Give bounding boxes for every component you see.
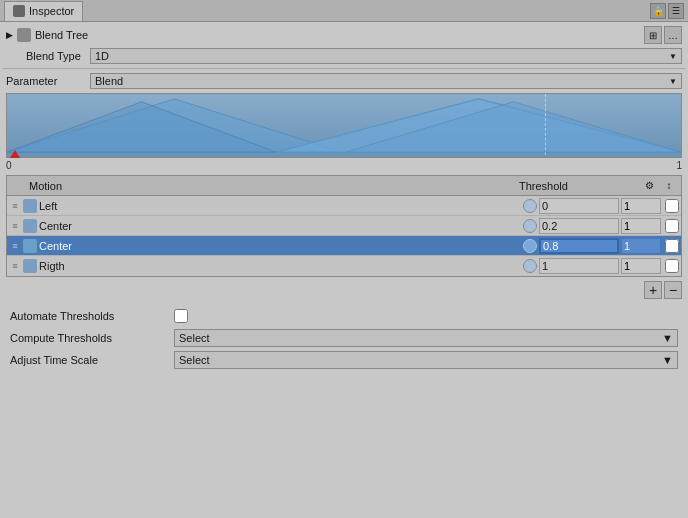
motion-icon — [23, 219, 37, 233]
compute-dropdown[interactable]: Select ▼ — [174, 329, 678, 347]
adjust-row: Adjust Time Scale Select ▼ — [10, 349, 678, 371]
motion-row[interactable]: ≡ Rigth — [7, 256, 681, 276]
motion-checkbox[interactable] — [665, 239, 679, 253]
inspector-tab-label: Inspector — [29, 5, 74, 17]
motion-checkbox[interactable] — [665, 219, 679, 233]
motion-icon — [23, 239, 37, 253]
compute-value: Select — [179, 332, 210, 344]
threshold-input[interactable] — [539, 258, 619, 274]
compute-label: Compute Thresholds — [10, 332, 170, 344]
val2-input[interactable] — [621, 198, 661, 214]
motion-icon — [23, 259, 37, 273]
threshold-input[interactable] — [539, 218, 619, 234]
drag-handle[interactable]: ≡ — [7, 241, 23, 251]
motion-row-selected[interactable]: ≡ Center — [7, 236, 681, 256]
blend-type-row: Blend Type 1D ▼ — [2, 46, 686, 66]
blend-tree-icon — [17, 28, 31, 42]
inspector-body: ▶ Blend Tree ⊞ … Blend Type 1D ▼ Paramet… — [0, 22, 688, 377]
blend-type-label: Blend Type — [6, 50, 86, 62]
range-labels: 0 1 — [2, 160, 686, 171]
table-footer: + − — [2, 279, 686, 301]
threshold-col-header: Threshold — [519, 180, 639, 192]
param-value: Blend — [95, 75, 123, 87]
remove-row-button[interactable]: − — [664, 281, 682, 299]
adjust-dropdown[interactable]: Select ▼ — [174, 351, 678, 369]
range-max: 1 — [676, 160, 682, 171]
inspector-tab-icon — [13, 5, 25, 17]
motion-circle[interactable] — [523, 259, 537, 273]
val2-input[interactable] — [621, 238, 661, 254]
add-row-button[interactable]: + — [644, 281, 662, 299]
blend-tree-more-btn[interactable]: … — [664, 26, 682, 44]
menu-button[interactable]: ☰ — [668, 3, 684, 19]
title-bar-actions: 🔒 ☰ — [650, 3, 684, 19]
compute-arrow: ▼ — [662, 332, 673, 344]
motion-circle[interactable] — [523, 239, 537, 253]
blend-type-arrow: ▼ — [669, 52, 677, 61]
param-label: Parameter — [6, 75, 86, 87]
automate-checkbox[interactable] — [174, 309, 188, 323]
blend-tree-label: Blend Tree — [35, 29, 640, 41]
val2-input[interactable] — [621, 258, 661, 274]
lock-button[interactable]: 🔒 — [650, 3, 666, 19]
motion-checkbox[interactable] — [665, 199, 679, 213]
blend-type-value: 1D — [95, 50, 109, 62]
motion-circle[interactable] — [523, 219, 537, 233]
drag-handle[interactable]: ≡ — [7, 221, 23, 231]
drag-handle[interactable]: ≡ — [7, 201, 23, 211]
threshold-input[interactable] — [539, 238, 619, 254]
inspector-tab[interactable]: Inspector — [4, 1, 83, 21]
adjust-label: Adjust Time Scale — [10, 354, 170, 366]
param-arrow: ▼ — [669, 77, 677, 86]
blend-tree-row: ▶ Blend Tree ⊞ … — [2, 24, 686, 46]
motion-checkbox[interactable] — [665, 259, 679, 273]
motion-table-header: Motion Threshold ⚙ ↕ — [7, 176, 681, 196]
threshold-input[interactable] — [539, 198, 619, 214]
blend-tree-settings-btn[interactable]: ⊞ — [644, 26, 662, 44]
automate-row: Automate Thresholds — [10, 305, 678, 327]
motion-row[interactable]: ≡ Left — [7, 196, 681, 216]
motion-row[interactable]: ≡ Center — [7, 216, 681, 236]
val2-input[interactable] — [621, 218, 661, 234]
compute-row: Compute Thresholds Select ▼ — [10, 327, 678, 349]
adjust-arrow: ▼ — [662, 354, 673, 366]
motion-col-header: Motion — [25, 180, 519, 192]
threshold-action-icon[interactable]: ↕ — [659, 176, 679, 196]
separator-1 — [2, 68, 686, 69]
blend-graph-svg — [7, 94, 681, 157]
blend-tree-actions: ⊞ … — [644, 26, 682, 44]
blend-type-dropdown[interactable]: 1D ▼ — [90, 48, 682, 64]
param-row: Parameter Blend ▼ — [2, 71, 686, 91]
blend-graph[interactable] — [6, 93, 682, 158]
motion-circle[interactable] — [523, 199, 537, 213]
range-marker — [10, 150, 20, 158]
expand-icon[interactable]: ▶ — [6, 30, 13, 40]
drag-handle[interactable]: ≡ — [7, 261, 23, 271]
automate-label: Automate Thresholds — [10, 310, 170, 322]
motion-table: Motion Threshold ⚙ ↕ ≡ Left ≡ Center — [6, 175, 682, 277]
settings-section: Automate Thresholds Compute Thresholds S… — [2, 301, 686, 375]
title-bar: Inspector 🔒 ☰ — [0, 0, 688, 22]
motion-icon — [23, 199, 37, 213]
blend-graph-container — [2, 93, 686, 158]
param-dropdown[interactable]: Blend ▼ — [90, 73, 682, 89]
range-min: 0 — [6, 160, 12, 171]
adjust-value: Select — [179, 354, 210, 366]
threshold-settings-icon[interactable]: ⚙ — [639, 176, 659, 196]
